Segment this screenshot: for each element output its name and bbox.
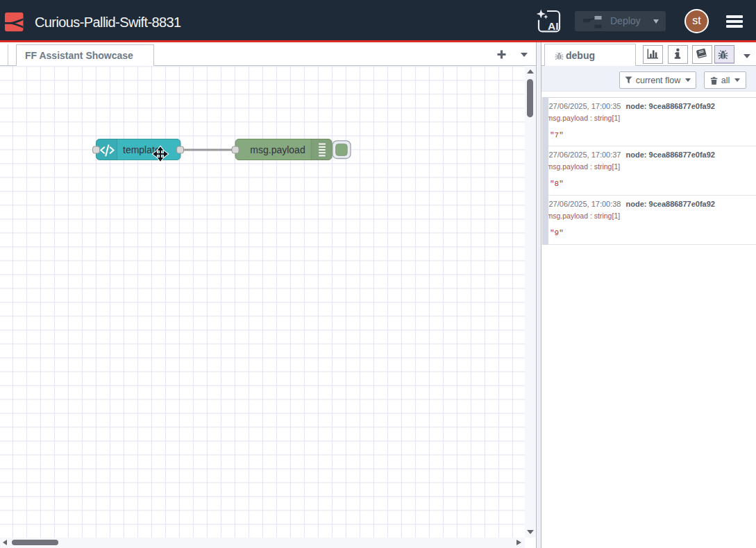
svg-text:msg.payload: msg.payload [250,144,305,155]
svg-text:AI: AI [548,20,559,32]
